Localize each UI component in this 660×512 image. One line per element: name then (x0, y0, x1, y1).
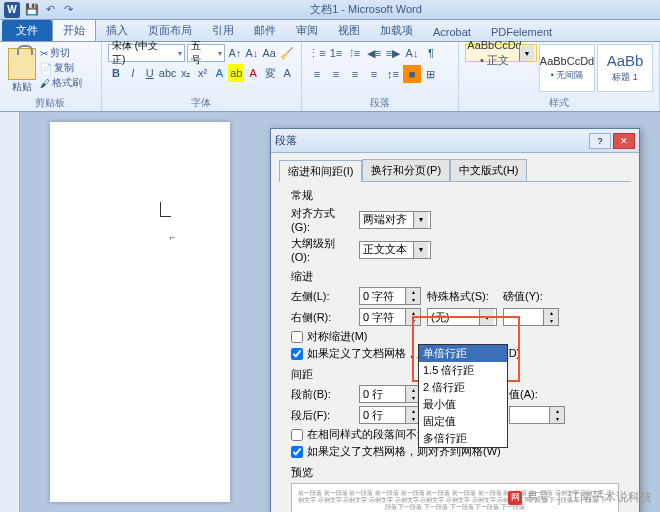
nosame-check[interactable] (291, 429, 303, 441)
by-spin[interactable] (503, 308, 559, 326)
shading-button[interactable]: ■ (403, 65, 421, 83)
save-icon[interactable]: 💾 (24, 2, 40, 18)
group-paragraph: ⋮≡ 1≡ ⁝≡ ◀≡ ≡▶ A↓ ¶ ≡ ≡ ≡ ≡ ↕≡ ■ ⊞ 段落 (302, 42, 459, 111)
paste-icon (8, 48, 36, 80)
tab-indent-spacing[interactable]: 缩进和间距(I) (279, 160, 362, 182)
paragraph-dialog: 段落 ? ✕ 缩进和间距(I) 换行和分页(P) 中文版式(H) 常规 对齐方式… (270, 128, 640, 512)
char-border-button[interactable]: A (279, 64, 295, 82)
tab-review[interactable]: 审阅 (286, 20, 328, 41)
group-label: 样式 (459, 96, 659, 110)
font-name-combo[interactable]: 宋体 (中文正) (108, 44, 185, 62)
ribbon-tabs: 文件 开始 插入 页面布局 引用 邮件 审阅 视图 加载项 Acrobat PD… (0, 20, 660, 42)
tab-view[interactable]: 视图 (328, 20, 370, 41)
style-heading1[interactable]: AaBb标题 1 (597, 44, 653, 92)
tab-asian[interactable]: 中文版式(H) (450, 159, 527, 181)
text-effects-button[interactable]: A (212, 64, 228, 82)
line-option[interactable]: 1.5 倍行距 (419, 362, 507, 379)
close-button[interactable]: ✕ (613, 133, 635, 149)
left-label: 左侧(L): (291, 289, 353, 304)
highlight-button[interactable]: ab (228, 64, 244, 82)
tab-line-page[interactable]: 换行和分页(P) (362, 159, 450, 181)
tab-references[interactable]: 引用 (202, 20, 244, 41)
style-normal[interactable]: AaBbCcDd• 正文 (465, 44, 537, 62)
after-spin[interactable]: 0 行 (359, 406, 421, 424)
align-center-button[interactable]: ≡ (327, 65, 345, 83)
quick-access-toolbar: 💾 ↶ ↷ (24, 2, 76, 18)
section-preview: 预览 (291, 465, 619, 480)
line-spacing-button[interactable]: ↕≡ (384, 65, 402, 83)
redo-icon[interactable]: ↷ (60, 2, 76, 18)
grow-font-icon[interactable]: A↑ (227, 44, 242, 62)
special-label: 特殊格式(S): (427, 289, 497, 304)
cut-button[interactable]: ✂ 剪切 (40, 46, 82, 60)
outline-select[interactable]: 正文文本 (359, 241, 431, 259)
dialog-title: 段落 (275, 133, 297, 148)
after-label: 段后(F): (291, 408, 353, 423)
numbering-button[interactable]: 1≡ (327, 44, 345, 62)
undo-icon[interactable]: ↶ (42, 2, 58, 18)
right-spin[interactable]: 0 字符 (359, 308, 421, 326)
change-case-icon[interactable]: Aa (262, 44, 277, 62)
paste-button[interactable]: 粘贴 (6, 44, 38, 98)
watermark-icon: 网 (508, 491, 522, 505)
right-label: 右侧(R): (291, 310, 353, 325)
align-left-button[interactable]: ≡ (308, 65, 326, 83)
tab-insert[interactable]: 插入 (96, 20, 138, 41)
line-option[interactable]: 固定值 (419, 413, 507, 430)
clear-format-icon[interactable]: 🧹 (279, 44, 295, 62)
mirror-check[interactable] (291, 331, 303, 343)
tab-addins[interactable]: 加载项 (370, 20, 423, 41)
tab-home[interactable]: 开始 (52, 19, 96, 41)
align-label: 对齐方式(G): (291, 206, 353, 233)
tab-file[interactable]: 文件 (2, 20, 52, 41)
group-label: 字体 (102, 96, 301, 110)
sort-button[interactable]: A↓ (403, 44, 421, 62)
left-spin[interactable]: 0 字符 (359, 287, 421, 305)
line-option[interactable]: 最小值 (419, 396, 507, 413)
show-marks-button[interactable]: ¶ (422, 44, 440, 62)
group-label: 段落 (302, 96, 458, 110)
watermark: 网 易号 | 江南子术说科技 (508, 489, 652, 506)
line-option[interactable]: 2 倍行距 (419, 379, 507, 396)
line-option[interactable]: 多倍行距 (419, 430, 507, 447)
phonetic-button[interactable]: 変 (262, 64, 278, 82)
outline-label: 大纲级别(O): (291, 236, 353, 263)
spacing-grid-check[interactable] (291, 446, 303, 458)
at-spin[interactable] (509, 406, 565, 424)
before-label: 段前(B): (291, 387, 353, 402)
shrink-font-icon[interactable]: A↓ (244, 44, 259, 62)
title-bar: W 💾 ↶ ↷ 文档1 - Microsoft Word (0, 0, 660, 20)
font-color-button[interactable]: A (245, 64, 261, 82)
align-justify-button[interactable]: ≡ (365, 65, 383, 83)
tab-layout[interactable]: 页面布局 (138, 20, 202, 41)
window-title: 文档1 - Microsoft Word (76, 2, 656, 17)
tab-mailings[interactable]: 邮件 (244, 20, 286, 41)
page[interactable]: ⌐ (50, 122, 230, 502)
before-spin[interactable]: 0 行 (359, 385, 421, 403)
indent-dec-button[interactable]: ◀≡ (365, 44, 383, 62)
line-spacing-dropdown[interactable]: 单倍行距 1.5 倍行距 2 倍行距 最小值 固定值 多倍行距 (418, 344, 508, 448)
help-button[interactable]: ? (589, 133, 611, 149)
copy-button[interactable]: 📄 复制 (40, 61, 82, 75)
dialog-tabs: 缩进和间距(I) 换行和分页(P) 中文版式(H) (271, 153, 639, 181)
dialog-titlebar[interactable]: 段落 ? ✕ (271, 129, 639, 153)
font-size-combo[interactable]: 五号 (187, 44, 225, 62)
bullets-button[interactable]: ⋮≡ (308, 44, 326, 62)
indent-inc-button[interactable]: ≡▶ (384, 44, 402, 62)
style-nospacing[interactable]: AaBbCcDd• 无间隔 (539, 44, 595, 92)
multilevel-button[interactable]: ⁝≡ (346, 44, 364, 62)
group-font: 宋体 (中文正) 五号 A↑ A↓ Aa 🧹 B I U abc x₂ x² A… (102, 42, 302, 111)
align-select[interactable]: 两端对齐 (359, 211, 431, 229)
ribbon: 粘贴 ✂ 剪切 📄 复制 🖌 格式刷 剪贴板 宋体 (中文正) 五号 A↑ A↓… (0, 42, 660, 112)
by-label: 磅值(Y): (503, 289, 553, 304)
group-label: 剪贴板 (0, 96, 101, 110)
borders-button[interactable]: ⊞ (422, 65, 440, 83)
group-styles: AaBbCcDd• 正文 AaBbCcDd• 无间隔 AaBb标题 1 样式 (459, 42, 660, 111)
special-select[interactable]: (无) (427, 308, 497, 326)
word-icon: W (4, 2, 20, 18)
line-option[interactable]: 单倍行距 (419, 345, 507, 362)
indent-grid-check[interactable] (291, 348, 303, 360)
align-right-button[interactable]: ≡ (346, 65, 364, 83)
group-clipboard: 粘贴 ✂ 剪切 📄 复制 🖌 格式刷 剪贴板 (0, 42, 102, 111)
format-painter-button[interactable]: 🖌 格式刷 (40, 76, 82, 90)
